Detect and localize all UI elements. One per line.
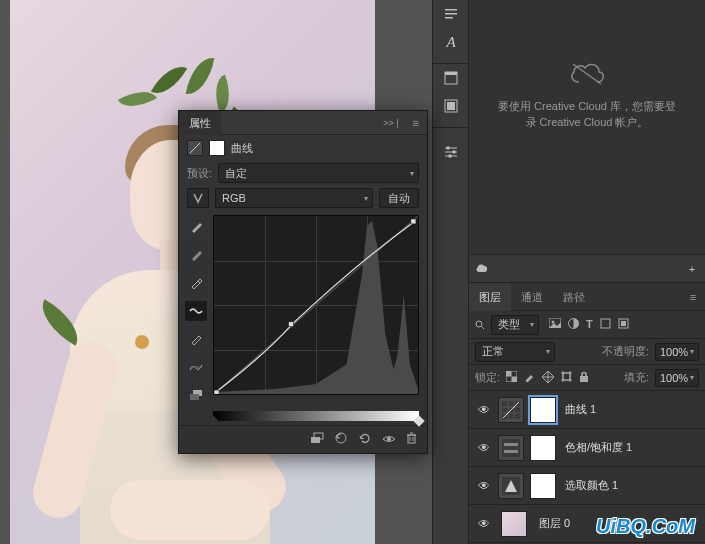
curve-graph[interactable] [213,215,419,395]
curve-point-tool-icon[interactable] [185,301,207,321]
channel-select[interactable]: RGB [215,188,373,208]
visibility-toggle-icon[interactable]: 👁 [473,517,495,531]
libraries-header: + [469,255,705,283]
eyedropper-gray-icon[interactable] [185,245,207,265]
paragraph-panel-icon[interactable] [433,0,469,28]
visibility-toggle-icon[interactable]: 👁 [473,403,495,417]
layer-name[interactable]: 曲线 1 [565,402,596,417]
layer-filter-select[interactable]: 类型 [491,315,539,335]
auto-button[interactable]: 自动 [379,188,419,208]
layer-mask-thumb[interactable] [530,435,556,461]
view-previous-icon[interactable] [334,432,348,447]
layer-name[interactable]: 选取颜色 1 [565,478,618,493]
tab-channels[interactable]: 通道 [511,283,553,311]
svg-rect-21 [621,321,626,326]
layer-row-selective[interactable]: 👁 选取颜色 1 [469,467,705,505]
panel-menu-icon[interactable]: ≡ [405,117,427,129]
collapsed-panel-strip: A [432,0,468,544]
filter-shape-icon[interactable] [600,318,611,331]
svg-rect-2 [445,17,453,19]
character-panel-icon[interactable]: A [433,28,469,56]
libraries-icon[interactable] [469,262,495,276]
filter-smart-icon[interactable] [618,318,629,331]
mask-title-icon[interactable] [209,140,225,156]
svg-line-15 [482,326,485,329]
adjustment-title: 曲线 [231,141,253,156]
layer-row-hue[interactable]: 👁 色相/饱和度 1 [469,429,705,467]
clip-to-layer-footer-icon[interactable] [310,432,324,447]
svg-rect-30 [580,376,588,382]
properties-footer [179,425,427,453]
tab-paths[interactable]: 路径 [553,283,595,311]
layers-panel-menu-icon[interactable]: ≡ [681,291,705,303]
filter-type-icon[interactable]: T [586,318,593,331]
delete-adjustment-icon[interactable] [406,432,417,447]
preset-row: 预设: 自定 [179,161,427,185]
targeted-adjust-icon[interactable] [187,188,209,208]
cc-cloud-icon [567,60,607,88]
svg-rect-6 [447,102,455,110]
svg-point-50 [387,437,391,441]
curves-adj-thumb-icon [498,397,524,423]
curve-line[interactable] [214,216,418,394]
input-gradient-ramp[interactable] [213,411,419,421]
toggle-visibility-icon[interactable] [382,433,396,447]
curve-smooth-tool-icon[interactable] [185,357,207,377]
curve-tool-column [185,215,207,405]
properties-panel[interactable]: 属性 >> | ≡ 曲线 预设: 自定 RGB 自动 [178,110,428,454]
panel-collapse-icon[interactable]: >> | [377,118,404,128]
layer-mask-thumb[interactable] [530,473,556,499]
blend-mode-row: 正常 不透明度: 100% [469,339,705,365]
eyedropper-white-icon[interactable] [185,273,207,293]
right-panel-dock: 要使用 Creative Cloud 库，您需要登录 Creative Clou… [468,0,705,544]
tab-layers[interactable]: 图层 [469,283,511,311]
visibility-toggle-icon[interactable]: 👁 [473,441,495,455]
layer-name[interactable]: 色相/饱和度 1 [565,440,632,455]
eyedropper-black-icon[interactable] [185,217,207,237]
fill-label: 填充: [624,370,649,385]
adjustments-panel-icon[interactable] [433,138,469,166]
lock-paint-icon[interactable] [524,371,535,385]
opacity-label: 不透明度: [602,344,649,359]
svg-rect-44 [214,390,219,394]
layer-mask-thumb[interactable] [530,397,556,423]
svg-rect-36 [502,439,520,457]
svg-rect-45 [288,322,293,327]
svg-rect-23 [512,376,518,382]
image-layer-thumb[interactable] [501,511,527,537]
svg-rect-4 [445,72,457,75]
properties-tab[interactable]: 属性 [179,111,221,135]
input-ramp-row [179,409,427,425]
reset-icon[interactable] [358,432,372,447]
lock-transparency-icon[interactable] [506,371,517,385]
hue-adj-thumb-icon [498,435,524,461]
panel-icon-2[interactable] [433,92,469,120]
panel-icon-1[interactable] [433,64,469,92]
lock-label: 锁定: [475,370,500,385]
selective-color-thumb-icon [498,473,524,499]
preset-select[interactable]: 自定 [218,163,419,183]
filter-pixel-icon[interactable] [549,318,561,331]
lock-row: 锁定: 填充: 100% [469,365,705,391]
filter-adjust-icon[interactable] [568,318,579,331]
clip-to-layer-icon[interactable] [185,385,207,405]
layer-name[interactable]: 图层 0 [539,516,570,531]
add-library-button[interactable]: + [679,263,705,275]
svg-point-11 [452,150,456,154]
layer-row-curves[interactable]: 👁 曲线 1 [469,391,705,429]
opacity-input[interactable]: 100% [655,343,699,361]
blend-mode-select[interactable]: 正常 [475,342,555,362]
lock-position-icon[interactable] [542,371,554,385]
curve-pencil-tool-icon[interactable] [185,329,207,349]
lock-all-icon[interactable] [579,371,589,385]
watermark: UiBQ.CoM [596,515,695,538]
search-icon [475,320,485,330]
svg-rect-48 [311,437,320,443]
visibility-toggle-icon[interactable]: 👁 [473,479,495,493]
curves-title-icon [187,140,203,156]
cc-libraries-panel: 要使用 Creative Cloud 库，您需要登录 Creative Clou… [469,0,705,255]
fill-input[interactable]: 100% [655,369,699,387]
lock-artboard-icon[interactable] [561,371,572,385]
curve-editor-area [179,211,427,409]
svg-point-14 [476,321,482,327]
